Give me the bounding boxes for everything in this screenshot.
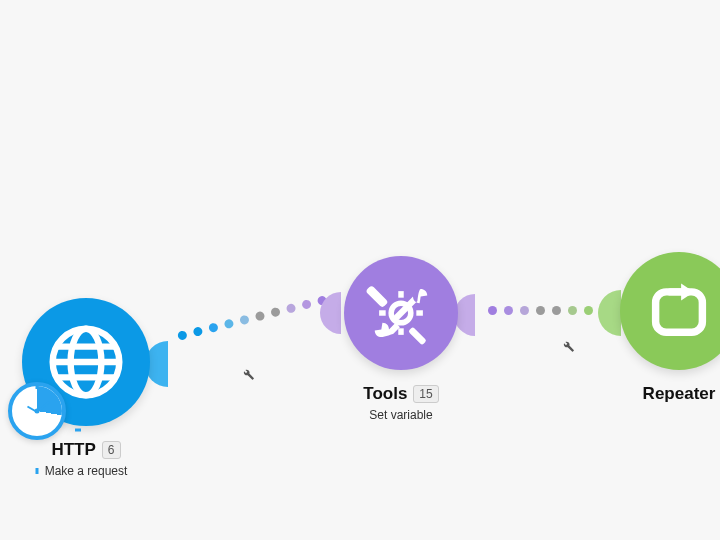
connector-out-http [145, 341, 191, 387]
svg-rect-11 [408, 327, 427, 346]
wrench-icon[interactable] [560, 338, 575, 356]
svg-rect-10 [366, 285, 389, 308]
node-title: Repeater [643, 384, 716, 404]
node-title: Tools [363, 384, 407, 404]
node-tools[interactable]: Tools 15 Set variable [344, 256, 458, 422]
connector-http-tools[interactable] [177, 295, 328, 341]
node-subtitle: Make a request [45, 464, 128, 478]
http-icon [22, 298, 150, 426]
tools-icon [344, 256, 458, 370]
node-id-badge: 15 [413, 385, 438, 403]
workflow-canvas[interactable]: HTTP 6 Make a request [0, 0, 720, 540]
svg-rect-12 [656, 292, 703, 332]
connector-out-tools [454, 294, 496, 336]
node-repeater[interactable]: Repeater [620, 252, 720, 404]
wrench-icon[interactable] [240, 366, 255, 384]
node-title: HTTP [51, 440, 95, 460]
connector-tools-repeater[interactable] [488, 306, 609, 315]
scheduler-clock-icon[interactable] [8, 382, 66, 440]
node-subtitle: Set variable [369, 408, 432, 422]
node-http[interactable]: HTTP 6 Make a request [22, 298, 150, 478]
node-id-badge: 6 [102, 441, 121, 459]
repeater-icon [620, 252, 720, 370]
